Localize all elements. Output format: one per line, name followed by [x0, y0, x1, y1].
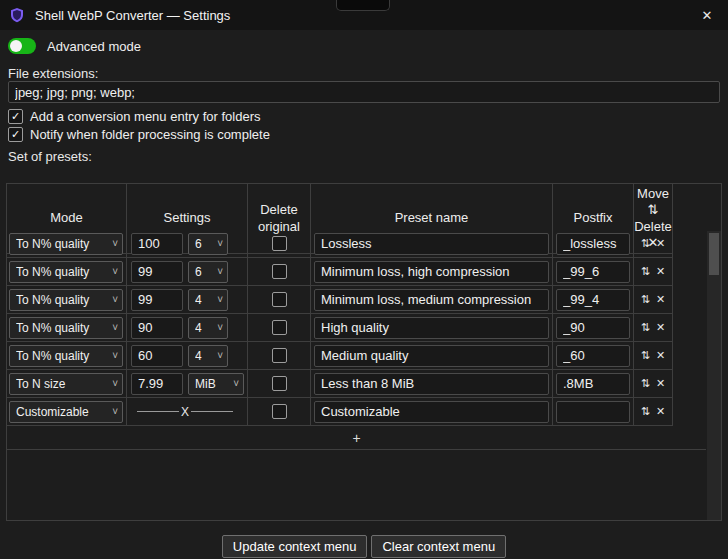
preset-name-input[interactable] [314, 317, 549, 339]
quality-input[interactable] [131, 233, 183, 255]
preset-name-input[interactable] [314, 233, 549, 255]
preset-row: To N size˅ MiB˅ ⇅ ✕ [7, 370, 721, 398]
check-icon: ✓ [11, 129, 20, 140]
customizable-settings-placeholder: X [131, 405, 239, 419]
mode-select[interactable]: To N size˅ [9, 373, 123, 395]
delete-original-checkbox[interactable] [272, 292, 287, 307]
postfix-input[interactable] [556, 373, 630, 395]
folders-menu-checkbox[interactable]: ✓ [8, 109, 23, 124]
method-select[interactable]: 6˅ [188, 261, 228, 283]
delete-row-button[interactable]: ✕ [656, 293, 665, 306]
move-row-button[interactable]: ⇅ [641, 265, 650, 278]
chevron-down-icon: ˅ [112, 406, 118, 417]
plus-icon: + [352, 430, 360, 446]
preset-row: To N% quality˅ 6˅ ⇅ ✕ [7, 230, 721, 258]
delete-row-button[interactable]: ✕ [656, 349, 665, 362]
method-select[interactable]: 6˅ [188, 233, 228, 255]
delete-original-checkbox[interactable] [272, 320, 287, 335]
move-row-button[interactable]: ⇅ [641, 405, 650, 418]
delete-original-checkbox[interactable] [272, 236, 287, 251]
delete-original-checkbox[interactable] [272, 348, 287, 363]
chevron-down-icon: ˅ [217, 266, 223, 277]
delete-row-button[interactable]: ✕ [656, 405, 665, 418]
advanced-mode-toggle[interactable] [8, 38, 36, 54]
folders-menu-option[interactable]: ✓ Add a conversion menu entry for folder… [8, 109, 261, 124]
presets-panel: Mode Settings Delete original Preset nam… [6, 183, 722, 521]
clear-context-menu-button[interactable]: Clear context menu [371, 535, 506, 558]
notify-option[interactable]: ✓ Notify when folder processing is compl… [8, 127, 270, 142]
mode-select[interactable]: To N% quality˅ [9, 317, 123, 339]
advanced-mode-row: Advanced mode [8, 38, 141, 54]
check-icon: ✓ [11, 111, 20, 122]
chevron-down-icon: ˅ [112, 266, 118, 277]
delete-row-button[interactable]: ✕ [656, 265, 665, 278]
close-icon: ✕ [702, 8, 713, 23]
method-select[interactable]: 4˅ [188, 345, 228, 367]
postfix-input[interactable] [556, 345, 630, 367]
preset-name-input[interactable] [314, 289, 549, 311]
delete-row-button[interactable]: ✕ [656, 377, 665, 390]
move-row-button[interactable]: ⇅ [641, 237, 650, 250]
presets-label: Set of presets: [8, 149, 92, 164]
preset-row: To N% quality˅ 4˅ ⇅ ✕ [7, 342, 721, 370]
chevron-down-icon: ˅ [112, 294, 118, 305]
mode-select[interactable]: To N% quality˅ [9, 261, 123, 283]
title-bar: Shell WebP Converter — Settings ✕ [0, 0, 728, 30]
quality-input[interactable] [131, 289, 183, 311]
toggle-knob [10, 40, 22, 52]
chevron-down-icon: ˅ [233, 378, 239, 389]
preset-name-input[interactable] [314, 345, 549, 367]
size-input[interactable] [131, 373, 183, 395]
chevron-down-icon: ˅ [112, 238, 118, 249]
window-title: Shell WebP Converter — Settings [35, 8, 230, 23]
presets-scrollbar[interactable] [707, 231, 721, 520]
delete-original-checkbox[interactable] [272, 376, 287, 391]
postfix-input[interactable] [556, 401, 630, 423]
postfix-input[interactable] [556, 261, 630, 283]
preset-name-input[interactable] [314, 401, 549, 423]
move-row-button[interactable]: ⇅ [641, 293, 650, 306]
delete-original-checkbox[interactable] [272, 404, 287, 419]
unit-select[interactable]: MiB˅ [188, 373, 244, 395]
preset-name-input[interactable] [314, 261, 549, 283]
delete-row-button[interactable]: ✕ [656, 321, 665, 334]
method-select[interactable]: 4˅ [188, 289, 228, 311]
preset-row: To N% quality˅ 6˅ ⇅ ✕ [7, 258, 721, 286]
method-select[interactable]: 4˅ [188, 317, 228, 339]
file-extensions-input[interactable] [8, 81, 720, 103]
quality-input[interactable] [131, 345, 183, 367]
add-preset-button[interactable]: + [7, 426, 706, 450]
postfix-input[interactable] [556, 317, 630, 339]
presets-header: Mode Settings Delete original Preset nam… [7, 184, 721, 230]
quality-input[interactable] [131, 261, 183, 283]
folders-menu-label: Add a conversion menu entry for folders [30, 109, 261, 124]
chevron-down-icon: ˅ [112, 350, 118, 361]
close-button[interactable]: ✕ [686, 0, 728, 30]
mode-select[interactable]: To N% quality˅ [9, 233, 123, 255]
chevron-down-icon: ˅ [217, 350, 223, 361]
delete-original-checkbox[interactable] [272, 264, 287, 279]
update-context-menu-button[interactable]: Update context menu [222, 535, 368, 558]
move-row-button[interactable]: ⇅ [641, 377, 650, 390]
preset-name-input[interactable] [314, 373, 549, 395]
preset-row: To N% quality˅ 4˅ ⇅ ✕ [7, 314, 721, 342]
scrollbar-thumb[interactable] [709, 233, 719, 275]
file-extensions-label: File extensions: [8, 66, 98, 81]
preset-row: Customizable˅ X ⇅ ✕ [7, 398, 721, 426]
mode-select[interactable]: To N% quality˅ [9, 289, 123, 311]
mode-select[interactable]: To N% quality˅ [9, 345, 123, 367]
postfix-input[interactable] [556, 289, 630, 311]
move-row-button[interactable]: ⇅ [641, 349, 650, 362]
move-row-button[interactable]: ⇅ [641, 321, 650, 334]
advanced-mode-label: Advanced mode [47, 39, 141, 54]
chevron-down-icon: ˅ [217, 322, 223, 333]
app-icon [9, 7, 25, 23]
notify-label: Notify when folder processing is complet… [30, 127, 270, 142]
mode-select[interactable]: Customizable˅ [9, 401, 123, 423]
notify-checkbox[interactable]: ✓ [8, 127, 23, 142]
quality-input[interactable] [131, 317, 183, 339]
postfix-input[interactable] [556, 233, 630, 255]
footer-bar: Update context menu Clear context menu [0, 535, 728, 559]
preset-row: To N% quality˅ 4˅ ⇅ ✕ [7, 286, 721, 314]
delete-row-button[interactable]: ✕ [656, 237, 665, 250]
